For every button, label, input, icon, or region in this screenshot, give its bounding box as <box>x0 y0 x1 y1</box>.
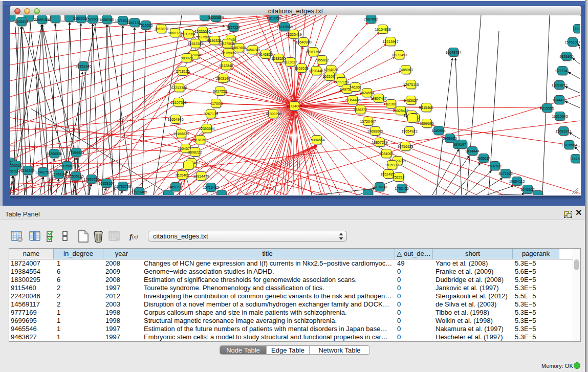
svg-text:2087682: 2087682 <box>364 17 378 21</box>
svg-text:9227341: 9227341 <box>555 69 569 73</box>
svg-text:12505135: 12505135 <box>68 174 83 178</box>
svg-text:12923465: 12923465 <box>131 190 147 194</box>
svg-text:17016504: 17016504 <box>561 143 577 147</box>
svg-text:8215955: 8215955 <box>540 106 554 110</box>
svg-text:13325419: 13325419 <box>286 33 301 36</box>
svg-text:9084067: 9084067 <box>379 152 393 156</box>
svg-text:18300295: 18300295 <box>265 112 281 116</box>
svg-text:8990448: 8990448 <box>309 69 323 73</box>
svg-text:2803144: 2803144 <box>216 77 230 80</box>
svg-text:2935114: 2935114 <box>477 157 491 160</box>
svg-text:1112: 1112 <box>575 27 580 31</box>
svg-text:12213389: 12213389 <box>171 86 187 90</box>
svg-text:19384554: 19384554 <box>309 138 324 142</box>
svg-text:3267130: 3267130 <box>204 112 217 116</box>
svg-text:3624554: 3624554 <box>360 91 374 95</box>
svg-text:7955812: 7955812 <box>315 58 329 62</box>
svg-text:16914479: 16914479 <box>193 174 209 178</box>
svg-text:16782759: 16782759 <box>115 185 130 188</box>
svg-text:9245652: 9245652 <box>520 188 534 191</box>
svg-text:8427552: 8427552 <box>213 90 227 93</box>
svg-text:1362615: 1362615 <box>294 67 308 70</box>
svg-text:14136141: 14136141 <box>372 185 387 189</box>
svg-text:10973493: 10973493 <box>391 53 407 57</box>
svg-text:1640954: 1640954 <box>431 129 445 133</box>
svg-text:1733426: 1733426 <box>395 187 408 190</box>
svg-text:1156829: 1156829 <box>21 169 35 172</box>
svg-text:15716485: 15716485 <box>203 186 219 189</box>
svg-text:9463627: 9463627 <box>404 99 418 102</box>
svg-text:3698222: 3698222 <box>188 150 202 154</box>
svg-text:(x): (x) <box>132 234 138 240</box>
svg-text:15751074: 15751074 <box>564 40 580 44</box>
svg-text:15692971: 15692971 <box>555 129 571 133</box>
svg-text:8678352: 8678352 <box>193 138 207 142</box>
svg-text:8912954: 8912954 <box>181 32 195 36</box>
svg-text:18807249: 18807249 <box>372 141 387 144</box>
svg-text:2867608: 2867608 <box>232 46 246 50</box>
svg-text:6794028: 6794028 <box>324 68 338 72</box>
svg-text:20691406: 20691406 <box>34 18 50 21</box>
svg-text:7515526: 7515526 <box>139 24 153 27</box>
svg-text:8454749: 8454749 <box>246 48 259 52</box>
svg-text:417004: 417004 <box>210 102 222 105</box>
svg-text:3675685: 3675685 <box>221 51 235 55</box>
svg-text:62160: 62160 <box>386 102 396 106</box>
svg-text:7625402: 7625402 <box>175 173 189 177</box>
svg-text:1405571: 1405571 <box>14 20 28 24</box>
svg-text:1244413: 1244413 <box>552 98 566 102</box>
svg-text:12093872: 12093872 <box>551 83 567 87</box>
svg-text:12213967: 12213967 <box>382 40 398 43</box>
svg-text:10807487: 10807487 <box>371 97 386 100</box>
svg-text:17359924: 17359924 <box>68 151 84 155</box>
svg-text:1621072: 1621072 <box>322 75 336 78</box>
svg-text:9457791: 9457791 <box>168 185 182 189</box>
svg-text:16543382: 16543382 <box>187 42 203 46</box>
svg-text:9975867: 9975867 <box>60 164 74 168</box>
svg-text:1145194: 1145194 <box>52 172 66 176</box>
svg-text:9115460: 9115460 <box>420 106 433 110</box>
svg-text:7632621: 7632621 <box>488 164 502 168</box>
svg-text:8813054: 8813054 <box>267 16 280 20</box>
svg-text:10654112: 10654112 <box>509 180 525 183</box>
svg-text:16154838: 16154838 <box>375 28 390 31</box>
svg-text:9474444: 9474444 <box>465 149 479 153</box>
svg-text:16648784: 16648784 <box>445 51 461 54</box>
svg-text:9197: 9197 <box>458 143 466 146</box>
svg-text:19654923: 19654923 <box>401 129 417 133</box>
svg-text:9660123: 9660123 <box>168 31 182 35</box>
svg-text:0899695: 0899695 <box>420 122 433 125</box>
svg-text:10025438: 10025438 <box>393 109 408 113</box>
svg-text:12975115: 12975115 <box>403 83 419 86</box>
svg-text:1527602: 1527602 <box>85 17 99 21</box>
svg-text:7386372: 7386372 <box>353 108 367 112</box>
svg-text:16654946: 16654946 <box>167 118 183 121</box>
svg-text:20364436: 20364436 <box>344 98 360 102</box>
svg-text:16961758: 16961758 <box>305 50 321 54</box>
svg-text:10756928: 10756928 <box>397 145 413 148</box>
svg-text:116753: 116753 <box>570 157 580 161</box>
svg-text:9527505: 9527505 <box>196 35 210 39</box>
svg-text:252214: 252214 <box>393 176 404 179</box>
svg-text:9242848: 9242848 <box>219 64 233 68</box>
svg-text:39159: 39159 <box>10 169 18 173</box>
svg-text:8471676: 8471676 <box>498 172 512 176</box>
svg-text:7663822: 7663822 <box>154 27 168 31</box>
svg-text:1615132: 1615132 <box>385 163 399 167</box>
svg-text:9329906: 9329906 <box>559 55 573 58</box>
svg-text:12942757: 12942757 <box>35 170 51 174</box>
svg-text:1588520: 1588520 <box>271 57 285 60</box>
svg-text:10688609: 10688609 <box>367 129 383 133</box>
svg-text:9527508: 9527508 <box>220 42 234 46</box>
svg-text:746266: 746266 <box>349 85 361 89</box>
svg-text:16107554: 16107554 <box>170 101 186 104</box>
svg-text:17957255: 17957255 <box>83 178 99 181</box>
svg-text:16210643: 16210643 <box>552 115 568 118</box>
svg-text:6466160: 6466160 <box>100 18 114 21</box>
svg-text:20206536: 20206536 <box>46 152 62 156</box>
svg-text:10958107: 10958107 <box>98 182 114 185</box>
svg-text:9777169: 9777169 <box>335 80 349 84</box>
svg-text:7357224: 7357224 <box>226 26 240 29</box>
svg-text:5938923: 5938923 <box>443 137 456 140</box>
svg-text:18724007: 18724007 <box>286 104 302 108</box>
